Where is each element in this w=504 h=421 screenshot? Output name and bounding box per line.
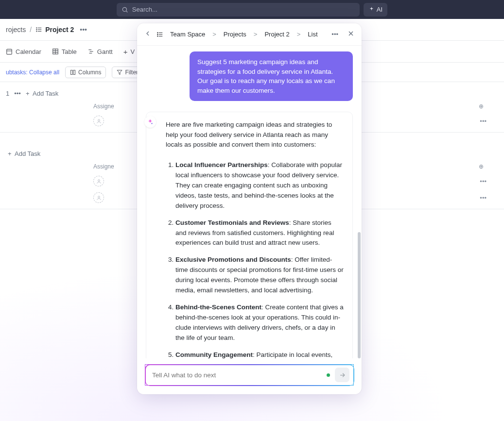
ai-response-item-title: Exclusive Promotions and Discounts [175, 256, 291, 263]
svg-point-6 [36, 29, 37, 30]
columns-label: Columns [78, 69, 101, 76]
svg-point-20 [98, 119, 100, 121]
ai-panel-header: Team Space > Projects > Project 2 > List… [137, 23, 362, 46]
row-more-icon[interactable]: ••• [480, 194, 487, 202]
ai-response-item-title: Behind-the-Scenes Content [175, 303, 261, 311]
row-more-icon[interactable]: ••• [480, 178, 487, 185]
add-column-icon[interactable]: ⊕ [479, 163, 484, 170]
svg-point-22 [98, 196, 100, 198]
search-icon [122, 6, 128, 13]
assignee-add-icon[interactable] [93, 116, 104, 126]
row-more-icon[interactable]: ••• [480, 118, 487, 125]
columns-icon [70, 69, 76, 75]
back-button[interactable] [144, 30, 152, 39]
crumb-projects[interactable]: Projects [224, 31, 246, 38]
view-table-label: Table [62, 48, 77, 55]
view-gantt[interactable]: Gantt [87, 48, 113, 55]
view-gantt-label: Gantt [97, 48, 113, 55]
view-add-label: V [130, 48, 135, 55]
calendar-icon [6, 48, 13, 55]
more-icon[interactable]: ••• [80, 26, 87, 34]
group-more-icon[interactable]: ••• [14, 90, 21, 97]
ai-response-intro: Here are five marketing campaign ideas a… [166, 120, 344, 150]
ai-response-item: Exclusive Promotions and Discounts: Offe… [175, 255, 344, 296]
svg-point-0 [122, 7, 126, 11]
crumb-sep: > [212, 31, 216, 38]
gantt-icon [87, 48, 94, 55]
ai-conversation[interactable]: Suggest 5 marketing campaign ideas and s… [137, 46, 362, 358]
filter-icon [117, 69, 122, 75]
ai-input-container [145, 364, 354, 386]
table-icon [52, 48, 59, 55]
ai-response-item: Local Influencer Partnerships: Collabora… [175, 160, 344, 211]
svg-marker-19 [117, 70, 122, 74]
assignee-header: Assigne [93, 163, 114, 170]
svg-line-1 [126, 11, 128, 12]
task-count: 1 [6, 90, 9, 97]
svg-rect-8 [7, 49, 12, 54]
svg-rect-18 [73, 70, 75, 74]
sparkle-icon [147, 118, 154, 125]
ai-footer [137, 358, 362, 394]
svg-point-26 [157, 32, 158, 33]
view-calendar[interactable]: Calendar [6, 48, 41, 55]
assignee-add-icon[interactable] [93, 192, 104, 203]
ai-response-item: Behind-the-Scenes Content: Create conten… [175, 303, 344, 343]
svg-rect-17 [71, 70, 73, 74]
svg-point-27 [157, 34, 158, 34]
assignee-header: Assigne [93, 103, 114, 110]
ai-response-item: Community Engagement: Participate in loc… [175, 350, 344, 358]
add-column-icon[interactable]: ⊕ [479, 103, 484, 110]
send-button[interactable] [335, 368, 349, 382]
chevron-left-icon [144, 30, 152, 37]
breadcrumb-project2[interactable]: Project 2 [45, 26, 74, 34]
plus-icon: + [123, 48, 128, 56]
close-icon [347, 30, 355, 37]
assignee-add-icon[interactable] [93, 176, 104, 186]
ai-panel: Team Space > Projects > Project 2 > List… [137, 23, 362, 394]
crumb-project2[interactable]: Project 2 [264, 31, 289, 38]
ai-response-item: Customer Testimonials and Reviews: Share… [175, 218, 344, 249]
list-icon [35, 26, 42, 33]
svg-point-5 [36, 28, 37, 28]
ai-label: AI [377, 6, 382, 13]
add-task-link[interactable]: + Add Task [26, 90, 58, 97]
svg-point-28 [157, 35, 158, 36]
global-search[interactable]: Search... [117, 3, 360, 17]
ai-response-item-title: Local Influencer Partnerships [175, 161, 268, 168]
breadcrumb-separator: / [30, 26, 32, 34]
subtasks-toggle[interactable]: ubtasks: Collapse all [6, 69, 59, 76]
scrollbar-thumb[interactable] [358, 232, 361, 358]
panel-more-icon[interactable]: ••• [331, 31, 338, 38]
svg-point-7 [36, 31, 37, 32]
crumb-sep: > [297, 31, 301, 38]
svg-point-21 [98, 179, 100, 181]
ai-toggle-button[interactable]: AI [364, 3, 387, 17]
sparkle-icon [368, 6, 375, 13]
search-placeholder: Search... [132, 6, 157, 13]
ai-prompt-input[interactable] [152, 371, 327, 379]
ai-response-list: Local Influencer Partnerships: Collabora… [166, 160, 344, 358]
ai-response-item-title: Community Engagement [175, 351, 253, 358]
view-calendar-label: Calendar [16, 48, 41, 55]
status-indicator [327, 373, 330, 377]
ai-response: Here are five marketing campaign ideas a… [146, 112, 353, 358]
crumb-sep: > [254, 31, 258, 38]
view-table[interactable]: Table [52, 48, 77, 55]
list-icon [156, 31, 163, 38]
breadcrumb-projects[interactable]: rojects [6, 26, 26, 34]
topbar: Search... AI [0, 0, 504, 19]
view-add[interactable]: + V [123, 48, 135, 56]
columns-button[interactable]: Columns [65, 67, 106, 78]
ai-avatar [144, 116, 156, 128]
close-button[interactable] [347, 30, 355, 39]
user-message: Suggest 5 marketing campaign ideas and s… [190, 51, 353, 101]
ai-response-item-title: Customer Testimonials and Reviews [175, 219, 289, 226]
crumb-list[interactable]: List [308, 31, 317, 38]
crumb-team-space[interactable]: Team Space [170, 31, 205, 38]
send-icon [339, 371, 346, 379]
